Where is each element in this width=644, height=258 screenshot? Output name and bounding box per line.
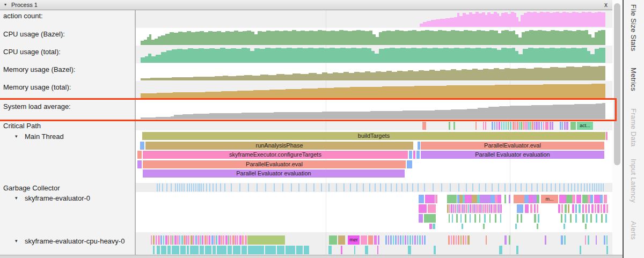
trace-slice[interactable]	[489, 204, 490, 213]
trace-slice[interactable]	[503, 122, 504, 130]
gc-tick[interactable]	[203, 183, 204, 191]
trace-slice[interactable]	[137, 151, 142, 159]
trace-slice[interactable]	[177, 235, 179, 245]
trace-slice[interactable]	[606, 132, 608, 140]
trace-slice[interactable]	[435, 195, 437, 203]
trace-slice[interactable]	[604, 235, 605, 245]
trace-slice[interactable]	[590, 195, 593, 203]
trace-slice[interactable]	[601, 214, 603, 223]
trace-slice[interactable]	[413, 151, 415, 159]
trace-slice[interactable]	[409, 235, 411, 245]
trace-slice[interactable]	[447, 204, 449, 213]
trace-slice[interactable]	[475, 122, 477, 130]
trace-slice[interactable]	[153, 235, 155, 245]
trace-slice[interactable]	[378, 235, 379, 245]
trace-slice[interactable]	[151, 235, 152, 245]
trace-slice[interactable]	[528, 122, 530, 130]
gc-tick[interactable]	[231, 183, 232, 191]
trace-slice[interactable]	[470, 204, 471, 213]
trace-slice[interactable]	[588, 235, 589, 245]
close-icon[interactable]: x	[604, 1, 608, 9]
gc-tick[interactable]	[441, 183, 442, 191]
collapse-triangle-icon[interactable]: ▾	[15, 134, 18, 139]
trace-slice[interactable]	[412, 235, 413, 245]
trace-slice[interactable]	[361, 235, 367, 245]
trace-slice[interactable]	[170, 235, 172, 245]
trace-slice[interactable]	[449, 204, 450, 213]
trace-slice[interactable]	[416, 151, 420, 159]
trace-slice[interactable]	[242, 235, 244, 245]
gc-tick[interactable]	[466, 183, 467, 191]
trace-slice[interactable]	[491, 204, 492, 213]
trace-slice[interactable]	[188, 235, 189, 245]
trace-slice[interactable]	[515, 224, 517, 229]
trace-slice[interactable]	[570, 122, 576, 130]
trace-slice-parallel-evaluator-evaluation[interactable]: Parallel Evaluator evaluation	[421, 151, 604, 159]
trace-slice[interactable]	[534, 122, 535, 130]
gc-tick[interactable]	[291, 183, 292, 191]
trace-slice[interactable]	[156, 235, 157, 245]
gc-tick[interactable]	[412, 183, 413, 191]
trace-slice[interactable]	[509, 235, 510, 245]
trace-slice[interactable]	[202, 235, 203, 245]
trace-slice[interactable]	[596, 214, 597, 223]
trace-slice[interactable]	[568, 204, 569, 213]
trace-slice[interactable]	[561, 235, 563, 245]
trace-slice[interactable]	[480, 195, 491, 203]
gc-tick[interactable]	[555, 183, 556, 191]
trace-slice[interactable]	[560, 122, 561, 130]
trace-slice[interactable]	[493, 204, 494, 213]
trace-slice-mer[interactable]: mer	[348, 235, 360, 245]
trace-slice[interactable]	[529, 195, 533, 203]
trace-slice[interactable]	[474, 214, 476, 223]
gc-tick[interactable]	[220, 183, 221, 191]
trace-slice[interactable]	[576, 195, 581, 203]
trace-slice[interactable]	[241, 246, 247, 254]
trace-slice[interactable]	[585, 235, 586, 245]
trace-slice[interactable]	[184, 235, 186, 245]
gc-tick[interactable]	[546, 183, 547, 191]
gc-tick[interactable]	[177, 183, 178, 191]
trace-slice[interactable]	[400, 235, 401, 245]
trace-slice[interactable]	[536, 122, 538, 130]
trace-slice[interactable]	[596, 235, 597, 245]
trace-slice[interactable]	[492, 122, 493, 130]
trace-slice[interactable]	[515, 122, 516, 130]
trace-slice[interactable]	[167, 246, 171, 254]
trace-slice[interactable]	[265, 246, 276, 254]
trace-slice[interactable]	[221, 235, 222, 245]
gc-tick[interactable]	[601, 183, 602, 191]
gc-tick[interactable]	[201, 183, 202, 191]
trace-slice[interactable]	[179, 235, 180, 245]
trace-slice[interactable]	[390, 235, 392, 245]
trace-slice[interactable]	[559, 195, 566, 203]
trace-slice[interactable]	[561, 214, 562, 223]
trace-slice[interactable]	[606, 246, 608, 254]
gc-tick[interactable]	[577, 183, 579, 191]
trace-slice[interactable]	[408, 246, 411, 254]
gc-tick[interactable]	[274, 183, 275, 191]
trace-slice[interactable]	[472, 204, 473, 213]
trace-slice[interactable]	[534, 214, 536, 223]
gc-tick[interactable]	[191, 183, 192, 191]
trace-slice[interactable]	[472, 195, 477, 203]
gc-tick[interactable]	[369, 183, 370, 191]
gc-tick[interactable]	[479, 183, 480, 191]
trace-slice[interactable]	[428, 204, 436, 213]
gc-tick[interactable]	[375, 183, 376, 191]
trace-slice[interactable]	[452, 214, 453, 223]
trace-slice[interactable]	[462, 224, 463, 229]
trace-slice[interactable]	[524, 122, 526, 130]
trace-slice[interactable]	[517, 122, 518, 130]
trace-slice[interactable]	[451, 204, 452, 213]
trace-slice[interactable]	[590, 214, 592, 223]
trace-slice[interactable]	[407, 235, 408, 245]
trace-slice[interactable]	[239, 235, 241, 245]
trace-slice[interactable]	[591, 204, 594, 213]
trace-slice[interactable]	[508, 122, 509, 130]
trace-slice[interactable]	[429, 224, 432, 229]
trace-slice[interactable]	[449, 122, 450, 130]
trace-slice[interactable]	[204, 235, 207, 245]
gc-tick[interactable]	[407, 183, 408, 191]
trace-slice[interactable]	[494, 122, 495, 130]
